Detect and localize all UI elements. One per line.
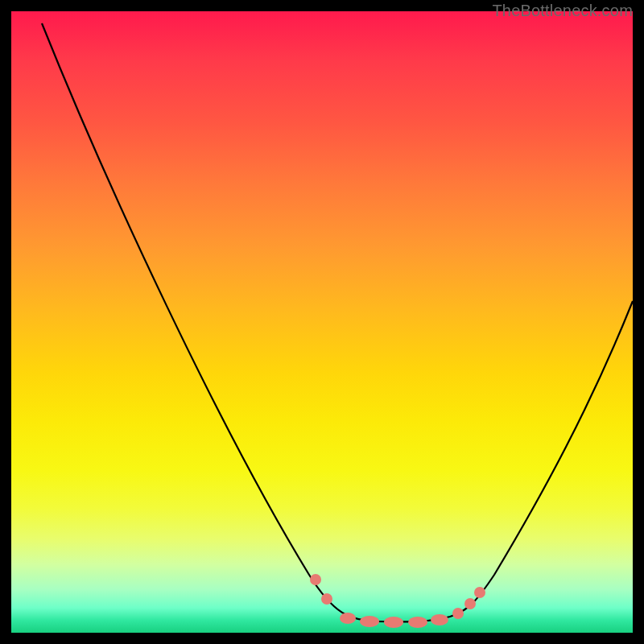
svg-point-9: [474, 587, 485, 598]
svg-point-1: [321, 593, 332, 605]
bottleneck-curve: [42, 23, 633, 621]
svg-point-8: [464, 598, 476, 609]
svg-point-6: [431, 614, 448, 625]
svg-point-3: [360, 616, 379, 627]
watermark-text: TheBottleneck.com: [492, 2, 633, 20]
svg-point-7: [452, 608, 464, 619]
chart-frame: [11, 11, 633, 633]
svg-point-2: [340, 613, 356, 624]
svg-point-5: [408, 617, 427, 628]
optimal-range-dots: [310, 574, 485, 628]
svg-point-0: [310, 574, 321, 585]
svg-point-4: [384, 617, 403, 628]
chart-svg: [11, 11, 633, 633]
